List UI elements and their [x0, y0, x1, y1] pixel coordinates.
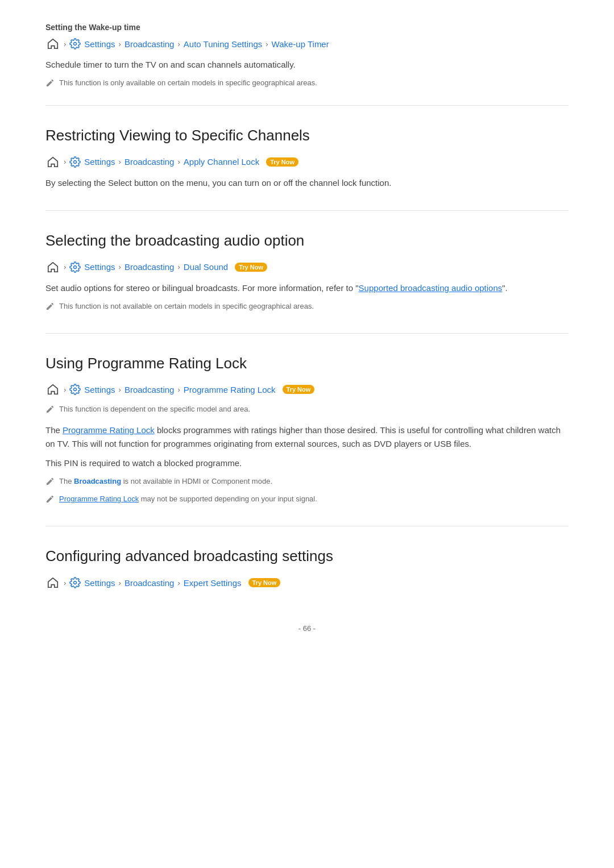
- chevron-14: ›: [64, 579, 66, 587]
- nav-settings-1[interactable]: Settings: [84, 39, 115, 49]
- home-icon-3[interactable]: [45, 260, 60, 275]
- pencil-icon-1: [45, 78, 55, 89]
- chevron-9: ›: [119, 263, 121, 271]
- wakeup-description: Schedule timer to turn the TV on and sca…: [45, 58, 569, 72]
- chevron-11: ›: [64, 385, 66, 394]
- gear-icon-3: [69, 261, 81, 273]
- wakeup-note-row: This function is only available on certa…: [45, 77, 569, 89]
- note2-prefix: The: [59, 477, 74, 485]
- divider-3: [45, 333, 569, 334]
- try-now-badge-3[interactable]: Try Now: [283, 385, 315, 394]
- chevron-2: ›: [119, 40, 121, 48]
- home-icon[interactable]: [45, 36, 60, 51]
- nav-broadcasting-5[interactable]: Broadcasting: [125, 578, 175, 588]
- chevron-10: ›: [177, 263, 180, 271]
- programme-note2: The Broadcasting is not available in HDM…: [59, 476, 272, 487]
- svg-point-1: [74, 160, 77, 163]
- chevron-15: ›: [119, 579, 121, 587]
- wakeup-title: Setting the Wake-up time: [45, 23, 569, 32]
- chevron-8: ›: [64, 263, 66, 271]
- programme-lock-link-1[interactable]: Programme Rating Lock: [63, 425, 155, 435]
- page-number: - 66 -: [45, 624, 569, 633]
- programme-lock-link-2[interactable]: Programme Rating Lock: [59, 495, 139, 503]
- svg-point-0: [74, 43, 77, 45]
- selecting-note: This function is not available on certai…: [59, 301, 314, 312]
- try-now-badge-2[interactable]: Try Now: [235, 263, 267, 272]
- pencil-icon-5: [45, 495, 55, 505]
- home-icon-5[interactable]: [45, 575, 60, 590]
- programme-note2-row: The Broadcasting is not available in HDM…: [45, 476, 569, 488]
- chevron-7: ›: [177, 157, 180, 166]
- nav-settings-2[interactable]: Settings: [84, 157, 115, 167]
- selecting-section: Selecting the broadcasting audio option …: [45, 231, 569, 313]
- nav-expert-settings[interactable]: Expert Settings: [184, 578, 242, 588]
- programme-note1: This function is dependent on the specif…: [59, 404, 250, 415]
- pencil-icon-4: [45, 477, 55, 488]
- restrict-title: Restricting Viewing to Specific Channels: [45, 126, 569, 146]
- supported-audio-link[interactable]: Supported broadcasting audio options: [359, 283, 503, 293]
- selecting-nav: › Settings › Broadcasting › Dual Sound T…: [45, 260, 569, 275]
- nav-programme-lock[interactable]: Programme Rating Lock: [184, 385, 276, 394]
- programme-note1-row: This function is dependent on the specif…: [45, 404, 569, 416]
- nav-broadcasting-4[interactable]: Broadcasting: [125, 385, 175, 394]
- home-icon-4[interactable]: [45, 382, 60, 397]
- home-icon-2[interactable]: [45, 155, 60, 169]
- selecting-title: Selecting the broadcasting audio option: [45, 231, 569, 251]
- restrict-description: By selecting the Select button on the me…: [45, 176, 569, 190]
- divider-4: [45, 526, 569, 526]
- try-now-badge-4[interactable]: Try Now: [248, 578, 281, 587]
- broadcasting-bold-link[interactable]: Broadcasting: [74, 477, 121, 485]
- advanced-section: Configuring advanced broadcasting settin…: [45, 547, 569, 590]
- chevron-4: ›: [265, 40, 268, 48]
- chevron-16: ›: [177, 579, 180, 587]
- advanced-nav: › Settings › Broadcasting › Expert Setti…: [45, 575, 569, 590]
- nav-settings-5[interactable]: Settings: [84, 578, 115, 588]
- chevron-3: ›: [177, 40, 180, 48]
- programme-note3: Programme Rating Lock may not be support…: [59, 493, 317, 505]
- gear-icon-4: [69, 384, 81, 395]
- pencil-icon-2: [45, 302, 55, 313]
- restrict-section: Restricting Viewing to Specific Channels…: [45, 126, 569, 190]
- nav-dual-sound[interactable]: Dual Sound: [184, 262, 228, 272]
- wakeup-section: Setting the Wake-up time › Settings › Br…: [45, 23, 569, 89]
- nav-broadcasting-3[interactable]: Broadcasting: [125, 262, 175, 272]
- selecting-desc-suffix: ".: [502, 283, 508, 293]
- advanced-title: Configuring advanced broadcasting settin…: [45, 547, 569, 566]
- wakeup-note: This function is only available on certa…: [59, 77, 317, 89]
- nav-broadcasting-1[interactable]: Broadcasting: [125, 39, 175, 49]
- programme-nav: › Settings › Broadcasting › Programme Ra…: [45, 382, 569, 397]
- nav-settings-3[interactable]: Settings: [84, 262, 115, 272]
- chevron-6: ›: [119, 157, 121, 166]
- restrict-nav: › Settings › Broadcasting › Apply Channe…: [45, 155, 569, 169]
- nav-settings-4[interactable]: Settings: [84, 385, 115, 394]
- programme-section: Using Programme Rating Lock › Settings ›…: [45, 354, 569, 506]
- programme-body1: The Programme Rating Lock blocks program…: [45, 423, 569, 451]
- try-now-badge-1[interactable]: Try Now: [266, 157, 298, 167]
- wakeup-nav: › Settings › Broadcasting › Auto Tuning …: [45, 36, 569, 51]
- nav-apply-channel[interactable]: Apply Channel Lock: [184, 157, 259, 167]
- selecting-description: Set audio options for stereo or bilingua…: [45, 281, 569, 295]
- chevron-5: ›: [64, 157, 66, 166]
- divider-1: [45, 105, 569, 106]
- programme-note3-row: Programme Rating Lock may not be support…: [45, 493, 569, 505]
- chevron-13: ›: [177, 385, 180, 394]
- nav-wake-timer[interactable]: Wake-up Timer: [272, 39, 329, 49]
- note2-suffix: is not available in HDMI or Component mo…: [121, 477, 272, 485]
- gear-icon-2: [69, 156, 81, 168]
- programme-title: Using Programme Rating Lock: [45, 354, 569, 373]
- divider-2: [45, 210, 569, 211]
- nav-broadcasting-2[interactable]: Broadcasting: [125, 157, 175, 167]
- nav-auto-tuning[interactable]: Auto Tuning Settings: [184, 39, 262, 49]
- programme-body1-prefix: The: [45, 425, 63, 435]
- chevron-1: ›: [64, 40, 66, 48]
- chevron-12: ›: [119, 385, 121, 394]
- svg-point-3: [74, 388, 77, 391]
- selecting-desc-prefix: Set audio options for stereo or bilingua…: [45, 283, 359, 293]
- svg-point-4: [74, 582, 77, 584]
- svg-point-2: [74, 265, 77, 268]
- note3-suffix: may not be supported depending on your i…: [139, 495, 317, 503]
- selecting-note-row: This function is not available on certai…: [45, 301, 569, 313]
- gear-icon-1: [69, 38, 81, 49]
- programme-body2: This PIN is required to watch a blocked …: [45, 456, 569, 470]
- gear-icon-5: [69, 577, 81, 588]
